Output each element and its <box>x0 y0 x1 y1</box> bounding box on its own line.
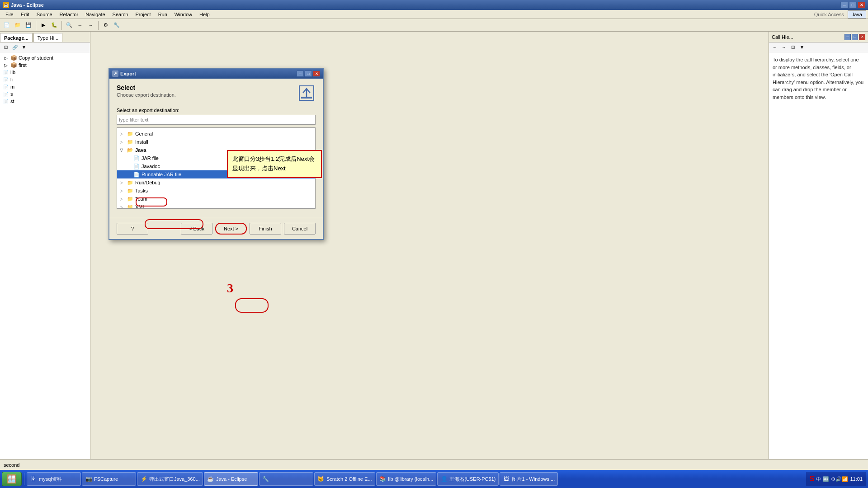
cancel-button[interactable]: Cancel <box>284 223 316 235</box>
close-button[interactable]: ✕ <box>858 2 865 8</box>
right-toolbar-btn2[interactable]: → <box>780 44 788 51</box>
toolbar-extra1[interactable]: ⚙ <box>101 20 111 30</box>
menu-source[interactable]: Source <box>33 11 56 18</box>
tree-node-label: JAR file <box>142 155 159 161</box>
tree-item-li[interactable]: 📄 li <box>1 76 89 83</box>
tree-item-label: Copy of student <box>19 55 53 61</box>
toolbar-save[interactable]: 💾 <box>24 20 33 30</box>
tree-item-s[interactable]: 📄 s <box>1 90 89 98</box>
file-icon: 📄 <box>3 76 9 83</box>
toolbar-new[interactable]: 📄 <box>2 20 12 30</box>
file-icon: 📄 <box>3 84 9 90</box>
dialog-body: Select Choose export destination. <box>109 79 323 214</box>
section-label: Select an export destination: <box>117 108 316 113</box>
right-toolbar-btn1[interactable]: ← <box>771 44 779 51</box>
menu-project[interactable]: Project <box>132 11 154 18</box>
folder-icon: 📂 <box>127 147 134 153</box>
status-text: second <box>4 462 19 468</box>
taskbar-item-scratch[interactable]: 🐱 Scratch 2 Offline E... <box>314 472 375 486</box>
tree-item-label: lib <box>10 70 15 75</box>
taskbar-item-lib[interactable]: 📚 lib @library (localh... <box>376 472 437 486</box>
annotation-note: 此窗口分3步当1.2完成后Next会显现出来，点击Next <box>227 150 322 178</box>
minimize-button[interactable]: ─ <box>840 2 848 8</box>
tree-xml[interactable]: ▷ 📁 XML <box>117 203 315 209</box>
tree-tasks[interactable]: ▷ 📁 Tasks <box>117 187 315 195</box>
next-button[interactable]: Next > <box>215 223 247 235</box>
menu-search[interactable]: Search <box>109 11 132 18</box>
perspective-java[interactable]: Java <box>848 10 866 19</box>
taskbar-item-extra[interactable]: 🔧 <box>259 472 313 486</box>
tree-node-label: XML <box>135 204 146 209</box>
dialog-header-icon <box>297 84 316 102</box>
center-content: ↗ Export ─ □ ✕ Select Choose export dest… <box>90 32 769 477</box>
panel-collapse-all[interactable]: ⊡ <box>2 44 10 51</box>
folder-icon: 📁 <box>127 179 134 186</box>
toolbar-back[interactable]: ← <box>75 20 85 30</box>
right-panel-close[interactable]: ✕ <box>859 34 865 40</box>
dialog-maximize[interactable]: □ <box>305 70 312 77</box>
right-panel-toolbar: ← → ⊡ ▼ <box>769 42 868 52</box>
panel-menu[interactable]: ▼ <box>20 44 28 51</box>
help-button[interactable]: ? <box>117 223 148 235</box>
tree-node-label: Run/Debug <box>135 180 160 185</box>
dialog-close[interactable]: ✕ <box>313 70 320 77</box>
right-panel-controls: ─ □ ✕ <box>844 34 865 40</box>
tab-package-explorer[interactable]: Package... <box>0 33 33 42</box>
taskbar-icon-popup: ⚡ <box>140 475 147 483</box>
finish-button[interactable]: Finish <box>250 223 281 235</box>
menu-edit[interactable]: Edit <box>17 11 33 18</box>
folder-icon: 📁 <box>127 204 134 209</box>
tree-item-first[interactable]: ▷ 📦 first <box>1 61 89 69</box>
app-icon: ☕ <box>3 2 9 8</box>
menu-refactor[interactable]: Refactor <box>56 11 82 18</box>
folder-icon: 📁 <box>127 139 134 145</box>
tree-general[interactable]: ▷ 📁 General <box>117 130 315 138</box>
tab-type-hierarchy[interactable]: Type Hi... <box>33 33 62 42</box>
taskbar-item-eclipse[interactable]: ☕ Java - Eclipse <box>204 472 258 486</box>
tree-item-copy-of-student[interactable]: ▷ 📦 Copy of student <box>1 54 89 61</box>
taskbar-item-user[interactable]: 👤 王海杰(USER-PC51) <box>437 472 499 486</box>
toolbar-run[interactable]: ▶ <box>38 20 48 30</box>
taskbar-item-mysql[interactable]: 🗄 mysql资料 <box>27 472 81 486</box>
tree-install[interactable]: ▷ 📁 Install <box>117 138 315 146</box>
toolbar-open[interactable]: 📁 <box>13 20 23 30</box>
annotation-text: 此窗口分3步当1.2完成后Next会显现出来，点击Next <box>232 155 315 172</box>
right-toolbar-btn4[interactable]: ▼ <box>798 44 806 51</box>
taskbar-item-popup[interactable]: ⚡ 弹出式窗口Java_360... <box>137 472 203 486</box>
menu-window[interactable]: Window <box>171 11 196 18</box>
tree-team[interactable]: ▷ 📁 Team <box>117 195 315 203</box>
menu-run[interactable]: Run <box>155 11 171 18</box>
dialog-minimize[interactable]: ─ <box>297 70 304 77</box>
expand-icon: ▷ <box>120 205 125 209</box>
quick-access-label: Quick Access <box>814 12 844 17</box>
filter-input[interactable] <box>117 115 316 125</box>
start-button[interactable]: 🪟 <box>2 472 22 486</box>
toolbar-separator-2 <box>61 21 62 30</box>
back-button[interactable]: < Back <box>181 223 212 235</box>
tree-item-lib[interactable]: 📄 lib <box>1 69 89 76</box>
taskbar-item-image[interactable]: 🖼 图片1 - Windows ... <box>500 472 558 486</box>
toolbar-extra2[interactable]: 🔧 <box>112 20 122 30</box>
expand-icon: ▽ <box>120 148 125 152</box>
tree-item-m[interactable]: 📄 m <box>1 83 89 90</box>
toolbar-search[interactable]: 🔍 <box>64 20 74 30</box>
menu-file[interactable]: File <box>2 11 17 18</box>
maximize-button[interactable]: □ <box>849 2 857 8</box>
file-icon: 📄 <box>3 91 9 97</box>
toolbar-debug[interactable]: 🐛 <box>49 20 59 30</box>
panel-link[interactable]: 🔗 <box>11 44 19 51</box>
next-button-circle <box>235 298 269 313</box>
tree-rundebug[interactable]: ▷ 📁 Run/Debug <box>117 178 315 187</box>
menu-help[interactable]: Help <box>196 11 213 18</box>
toolbar-forward[interactable]: → <box>86 20 96 30</box>
right-panel-maximize[interactable]: □ <box>852 34 858 40</box>
taskbar-item-fscapture[interactable]: 📷 FSCapture <box>82 472 136 486</box>
tree-item-label: st <box>10 99 14 104</box>
right-toolbar-btn3[interactable]: ⊡ <box>789 44 797 51</box>
menu-navigate[interactable]: Navigate <box>82 11 108 18</box>
tree-item-st[interactable]: 📄 st <box>1 98 89 105</box>
right-panel-minimize[interactable]: ─ <box>844 34 851 40</box>
dialog-title: Export <box>120 71 136 76</box>
right-panel: Call Hie... ─ □ ✕ ← → ⊡ ▼ To display the… <box>769 32 868 477</box>
window-controls: ─ □ ✕ <box>840 2 865 8</box>
